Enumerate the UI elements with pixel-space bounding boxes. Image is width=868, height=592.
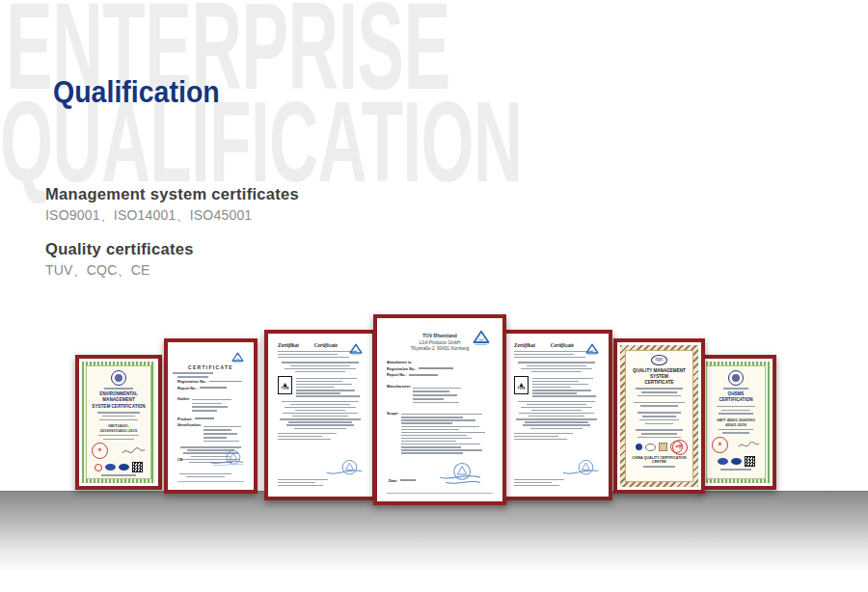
text-line bbox=[278, 479, 328, 480]
qualification-section: ENTERPRISE QUALIFICATION Qualification M… bbox=[0, 0, 868, 592]
text-block bbox=[717, 427, 755, 435]
field-value bbox=[419, 367, 453, 369]
text-line bbox=[514, 439, 567, 440]
text-line bbox=[530, 428, 583, 429]
field-value bbox=[200, 387, 227, 389]
text-line bbox=[290, 365, 350, 366]
text-line bbox=[296, 387, 335, 388]
certificate-environmental-management: ENVIRONMENTAL MANAGEMENT SYSTEM CERTIFIC… bbox=[75, 355, 162, 490]
text-line bbox=[717, 406, 755, 408]
field-label: Report No.: bbox=[177, 387, 198, 390]
accreditation-logos bbox=[95, 462, 143, 472]
certificate-cqc-quality-management: CQC QUALITY MANAGEMENT SYSTEM CERTIFICAT… bbox=[613, 338, 705, 494]
title-german: Zertifikat bbox=[278, 342, 299, 348]
certificate-paper: TÜV Rheinland LGA Products GmbH Tillystr… bbox=[380, 321, 500, 498]
certificate-paper: CQC QUALITY MANAGEMENT SYSTEM CERTIFICAT… bbox=[625, 350, 693, 482]
text-line bbox=[104, 388, 133, 390]
text-line bbox=[278, 433, 337, 434]
text-line bbox=[527, 365, 586, 366]
text-line bbox=[102, 416, 135, 417]
certificate-tuv-zertifikat-right: Zertifikat Certificate ▲TYPE bbox=[501, 330, 612, 500]
text-line bbox=[278, 351, 356, 352]
text-line bbox=[280, 418, 361, 419]
text-line bbox=[723, 388, 749, 390]
title-english: Certificate bbox=[551, 342, 574, 348]
text-line bbox=[401, 446, 462, 447]
signature-icon bbox=[121, 444, 146, 458]
text-line bbox=[642, 416, 676, 417]
field-label: Product: bbox=[177, 417, 193, 421]
ornate-green-border: OHSMS CERTIFICATION GB/T 45001-2020/ISO … bbox=[702, 362, 770, 483]
text-line bbox=[525, 421, 587, 422]
text-line bbox=[285, 407, 356, 408]
text-line bbox=[532, 395, 596, 396]
red-seal-icon: ✶ bbox=[712, 437, 728, 453]
text-line bbox=[192, 403, 222, 405]
management-certificates-heading: Management system certificates bbox=[45, 185, 299, 203]
text-block bbox=[716, 404, 757, 415]
text-line bbox=[290, 404, 350, 405]
text-line bbox=[401, 426, 479, 427]
text-block bbox=[722, 386, 750, 390]
tuv-mark-icon: ▲TYPE bbox=[278, 376, 292, 394]
iaf-logo-icon bbox=[718, 458, 728, 465]
text-line bbox=[719, 429, 754, 431]
text-line bbox=[637, 395, 681, 397]
text-line bbox=[721, 410, 750, 412]
anab-logo-icon bbox=[659, 443, 667, 451]
tuv-rheinland-logo-icon bbox=[473, 330, 490, 346]
field-label: Holder: bbox=[177, 397, 190, 401]
text-line bbox=[401, 419, 475, 420]
text-line bbox=[101, 474, 136, 476]
text-line bbox=[401, 435, 467, 436]
tuv-rheinland-logo-icon bbox=[349, 343, 363, 356]
text-line bbox=[179, 473, 231, 474]
tuv-stamp-icon bbox=[208, 448, 245, 470]
text-line bbox=[401, 438, 473, 439]
text-line bbox=[413, 394, 456, 396]
text-line bbox=[637, 412, 682, 414]
text-line bbox=[285, 368, 356, 369]
scope-row: Scope: bbox=[387, 412, 493, 453]
certificate-ohsms: OHSMS CERTIFICATION GB/T 45001-2020/ISO … bbox=[695, 355, 776, 490]
parameter-table bbox=[278, 401, 363, 429]
text-line bbox=[532, 390, 591, 390]
field-value bbox=[195, 417, 214, 419]
text-line bbox=[514, 433, 573, 434]
footer-rule bbox=[177, 481, 244, 482]
certificate-paper: Zertifikat Certificate ▲TYPE bbox=[271, 336, 369, 494]
text-line bbox=[203, 429, 231, 431]
text-line bbox=[192, 410, 217, 412]
text-line bbox=[532, 381, 579, 382]
seal-signature-row: ✶ bbox=[712, 437, 760, 453]
certificate-title: OHSMS CERTIFICATION bbox=[712, 391, 760, 403]
module-list bbox=[296, 376, 363, 397]
text-line bbox=[413, 388, 461, 390]
text-line bbox=[177, 376, 208, 378]
text-line bbox=[532, 378, 593, 379]
text-line bbox=[401, 422, 452, 423]
page-title: Qualification bbox=[53, 75, 220, 110]
text-line bbox=[523, 424, 590, 425]
text-line bbox=[283, 413, 357, 414]
tuv-mark-icon: ▲TYPE bbox=[514, 376, 529, 394]
text-line bbox=[401, 432, 485, 433]
mini-seal-icon bbox=[95, 464, 102, 471]
footer-text bbox=[278, 477, 332, 486]
field-label: Report No.: bbox=[387, 373, 407, 377]
text-line bbox=[413, 390, 449, 392]
ce-mark: CE bbox=[177, 458, 182, 462]
certificate-title: CERTIFICATE bbox=[171, 364, 251, 370]
certification-body-emblem-icon bbox=[111, 370, 126, 386]
issuer-name: CHINA QUALITY CERTIFICATION CENTRE bbox=[631, 456, 688, 464]
field-label: Identification: bbox=[177, 423, 202, 427]
certificate-title: QUALITY MANAGEMENT SYSTEM bbox=[631, 368, 688, 380]
cnas-logo-icon bbox=[119, 464, 129, 471]
type-approval-row: ▲TYPE bbox=[507, 376, 606, 397]
text-line bbox=[282, 401, 360, 402]
text-line bbox=[413, 402, 459, 404]
text-line bbox=[634, 402, 684, 404]
management-certificates-block: Management system certificates ISO9001、I… bbox=[45, 185, 299, 225]
text-line bbox=[97, 412, 140, 414]
text-line bbox=[278, 354, 338, 355]
